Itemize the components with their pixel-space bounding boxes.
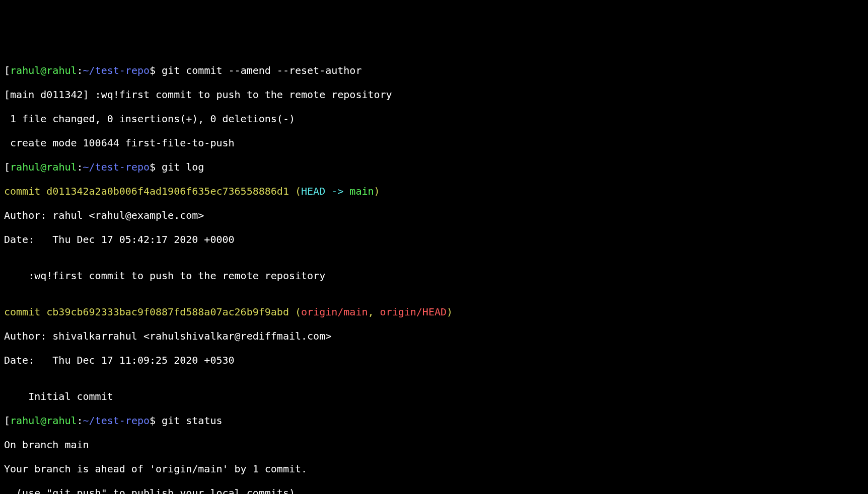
commit-1-author: Author: rahul <rahul@example.com> xyxy=(4,209,864,221)
command-status: git status xyxy=(162,415,222,427)
prompt-line-3: [rahul@rahul:~/test-repo$ git status xyxy=(4,415,864,427)
command-amend: git commit --amend --reset-author xyxy=(162,64,361,76)
commit-2-date: Date: Thu Dec 17 11:09:25 2020 +0530 xyxy=(4,354,864,366)
amend-output-1: [main d011342] :wq!first commit to push … xyxy=(4,89,864,101)
amend-output-2: 1 file changed, 0 insertions(+), 0 delet… xyxy=(4,113,864,125)
commit-2-msg: Initial commit xyxy=(4,390,864,402)
status-output-3: (use "git push" to publish your local co… xyxy=(4,487,864,494)
commit-1-date: Date: Thu Dec 17 05:42:17 2020 +0000 xyxy=(4,233,864,245)
status-output-2: Your branch is ahead of 'origin/main' by… xyxy=(4,463,864,475)
commit-2-hash: commit cb39cb692333bac9f0887fd588a07ac26… xyxy=(4,306,864,318)
terminal[interactable]: [rahul@rahul:~/test-repo$ git commit --a… xyxy=(4,52,864,494)
commit-1-msg: :wq!first commit to push to the remote r… xyxy=(4,270,864,282)
status-output-1: On branch main xyxy=(4,439,864,451)
command-log: git log xyxy=(162,161,204,173)
prompt-line-1: [rahul@rahul:~/test-repo$ git commit --a… xyxy=(4,64,864,76)
commit-2-author: Author: shivalkarrahul <rahulshivalkar@r… xyxy=(4,330,864,342)
prompt-line-2: [rahul@rahul:~/test-repo$ git log xyxy=(4,161,864,173)
commit-1-hash: commit d011342a2a0b006f4ad1906f635ec7365… xyxy=(4,185,864,197)
amend-output-3: create mode 100644 first-file-to-push xyxy=(4,137,864,149)
